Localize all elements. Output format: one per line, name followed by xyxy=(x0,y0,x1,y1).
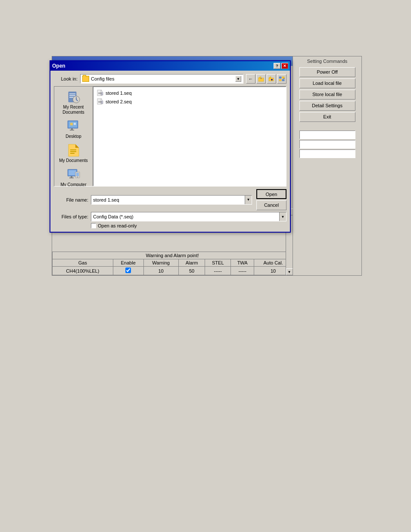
new-folder-icon xyxy=(268,76,274,82)
svg-marker-1 xyxy=(258,77,261,78)
svg-rect-33 xyxy=(76,173,79,176)
dialog-buttons: Open Cancel xyxy=(256,189,286,210)
alarm-table-section-header: Warning and Alarm point! xyxy=(53,252,293,259)
file-name-label: File name: xyxy=(54,197,88,202)
look-in-row: Look in: Config files ▼ ← xyxy=(54,74,286,84)
svg-rect-44 xyxy=(98,93,102,94)
shortcut-my-documents[interactable]: My Documents xyxy=(54,142,93,165)
detail-settings-button[interactable]: Detail Settings xyxy=(299,101,355,111)
file-name-2: stored 2.seq xyxy=(106,99,132,104)
shortcut-my-computer[interactable]: My Computer xyxy=(54,166,93,187)
right-input-3[interactable] xyxy=(299,149,355,158)
readonly-label: Open as read-only xyxy=(98,223,137,228)
svg-rect-20 xyxy=(70,130,74,131)
cell-alarm: 50 xyxy=(178,267,205,275)
svg-rect-9 xyxy=(279,79,281,81)
table-row: CH4(100%LEL) 10 50 ----- ----- 10 xyxy=(53,267,293,275)
cell-twa: ----- xyxy=(231,267,254,275)
my-documents-label: My Documents xyxy=(59,158,88,163)
setting-commands-title: Setting Commands xyxy=(295,59,359,64)
open-dialog-title: Open xyxy=(52,63,65,69)
svg-marker-42 xyxy=(101,90,103,92)
my-computer-label: My Computer xyxy=(60,182,86,187)
main-area: My Recent Documents Desktop xyxy=(54,86,286,187)
svg-rect-10 xyxy=(282,79,284,81)
col-stel: STEL xyxy=(205,259,231,267)
dialog-content: Look in: Config files ▼ ← xyxy=(50,71,290,232)
cell-enable[interactable] xyxy=(113,267,143,275)
toolbar-buttons: ← xyxy=(246,74,286,84)
svg-rect-27 xyxy=(70,153,75,154)
look-in-dropdown[interactable]: Config files ▼ xyxy=(80,74,243,84)
files-of-type-row: Files of type: Config Data (*.seq) ▼ xyxy=(54,212,286,221)
scroll-down-arrow[interactable]: ▼ xyxy=(286,268,293,275)
file-icon-1 xyxy=(97,90,104,96)
svg-rect-14 xyxy=(69,95,75,96)
open-button[interactable]: Open xyxy=(256,189,286,199)
col-twa: TWA xyxy=(231,259,254,267)
svg-rect-31 xyxy=(69,177,74,178)
col-alarm: Alarm xyxy=(178,259,205,267)
help-button[interactable]: ? xyxy=(274,63,280,69)
look-in-label: Look in: xyxy=(54,76,78,81)
file-name-input[interactable]: stored 1.seq ▼ xyxy=(91,195,252,205)
file-item-2[interactable]: stored 2.seq xyxy=(95,97,284,106)
cancel-button[interactable]: Cancel xyxy=(256,200,286,210)
right-input-1[interactable] xyxy=(299,131,355,139)
svg-rect-15 xyxy=(69,97,74,98)
folder-icon xyxy=(82,76,89,82)
svg-rect-30 xyxy=(71,176,72,177)
shortcut-desktop[interactable]: Desktop xyxy=(54,118,93,141)
readonly-checkbox[interactable] xyxy=(91,223,96,228)
svg-point-34 xyxy=(77,177,78,177)
look-in-dropdown-arrow[interactable]: ▼ xyxy=(235,76,241,82)
svg-rect-25 xyxy=(70,149,76,150)
file-name-row: File name: stored 1.seq ▼ Open Cancel xyxy=(54,189,286,210)
files-of-type-dropdown-arrow[interactable]: ▼ xyxy=(279,212,286,221)
back-button[interactable]: ← xyxy=(246,74,255,84)
col-warning: Warning xyxy=(143,259,178,267)
up-folder-button[interactable] xyxy=(256,74,266,84)
right-input-2[interactable] xyxy=(299,140,355,149)
file-icon-2 xyxy=(97,98,104,105)
shortcut-recent-documents[interactable]: My Recent Documents xyxy=(54,88,93,117)
setting-commands-panel: Setting Commands Power Off Load local fi… xyxy=(293,56,361,275)
close-button[interactable]: ✕ xyxy=(281,63,288,69)
file-name-value: stored 1.seq xyxy=(93,197,119,202)
svg-rect-21 xyxy=(70,123,73,125)
file-name-1: stored 1.seq xyxy=(106,90,132,96)
cell-warning: 10 xyxy=(143,267,178,275)
store-local-file-button[interactable]: Store local file xyxy=(299,90,355,100)
svg-rect-19 xyxy=(71,128,73,130)
power-off-button[interactable]: Power Off xyxy=(299,67,355,77)
recent-documents-icon xyxy=(67,90,81,104)
file-list-area[interactable]: stored 1.seq stored 2.seq xyxy=(93,87,286,186)
svg-rect-13 xyxy=(69,93,75,94)
exit-button[interactable]: Exit xyxy=(299,112,355,122)
files-of-type-input[interactable]: Config Data (*.seq) ▼ xyxy=(91,212,286,221)
svg-rect-26 xyxy=(70,151,76,152)
readonly-row: Open as read-only xyxy=(91,223,286,228)
open-dialog-titlebar: Open ? ✕ xyxy=(50,61,290,71)
svg-rect-43 xyxy=(98,93,102,93)
desktop-icon xyxy=(67,119,81,133)
view-button[interactable] xyxy=(277,74,286,84)
my-computer-icon xyxy=(67,168,81,181)
shortcuts-panel: My Recent Documents Desktop xyxy=(54,87,93,186)
files-of-type-label: Files of type: xyxy=(54,214,88,219)
load-local-file-button[interactable]: Load local file xyxy=(299,78,355,88)
up-folder-icon xyxy=(258,76,264,82)
cell-gas: CH4(100%LEL) xyxy=(53,267,113,275)
form-area: File name: stored 1.seq ▼ Open Cancel Fi… xyxy=(54,189,286,228)
file-name-dropdown-arrow[interactable]: ▼ xyxy=(245,196,252,204)
cell-stel: ----- xyxy=(205,267,231,275)
svg-rect-22 xyxy=(74,123,76,125)
alarm-section: ▲ ▼ Warning and Alarm point! Gas Enable … xyxy=(52,252,293,275)
enable-checkbox[interactable] xyxy=(125,268,131,273)
svg-rect-48 xyxy=(98,101,102,102)
new-folder-button[interactable] xyxy=(267,74,276,84)
svg-rect-49 xyxy=(98,102,102,103)
svg-rect-7 xyxy=(279,77,281,78)
file-item-1[interactable]: stored 1.seq xyxy=(95,89,284,97)
col-gas: Gas xyxy=(53,259,113,267)
